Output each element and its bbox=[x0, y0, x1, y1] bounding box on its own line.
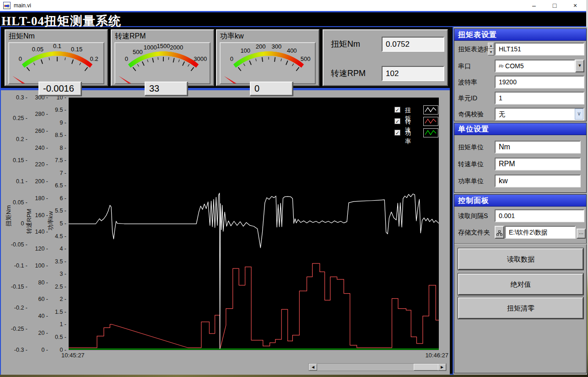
power-axis-ticks: 10 -9.5 -9 -8.5 -8 -7.5 -7 -6.5 -6 -5.5 … bbox=[48, 90, 66, 376]
control-panel-title: 控制面板 bbox=[458, 196, 489, 206]
axis-tick-label: 7.5 - bbox=[48, 157, 66, 164]
torque-unit-label: 扭矩单位 bbox=[458, 141, 484, 153]
scrollbar-thumb[interactable] bbox=[414, 364, 438, 371]
absolute-value-button[interactable]: 绝对值 bbox=[458, 273, 583, 295]
svg-text:1000: 1000 bbox=[144, 44, 157, 51]
spinner-up-icon[interactable]: ▲ bbox=[488, 43, 494, 49]
axis-tick-label: -0.1 - bbox=[1, 262, 27, 269]
axis-tick-label: 0 - bbox=[27, 347, 48, 354]
axis-tick-label: 6.5 - bbox=[48, 182, 66, 189]
speed-unit-label: 转速单位 bbox=[458, 158, 484, 170]
axis-tick-label: 1.5 - bbox=[48, 309, 66, 316]
meter-select-label: 扭矩表选择 bbox=[458, 43, 490, 55]
unit-settings-header: 单位设置 bbox=[454, 123, 586, 135]
speed-gauge-title: 转速RPM bbox=[115, 32, 146, 41]
read-data-button[interactable]: 读取数据 bbox=[458, 248, 583, 270]
axis-tick-label: -0.3 - bbox=[1, 347, 27, 354]
power-gauge-panel: 功率kw 0100200300400500 0 bbox=[216, 29, 319, 86]
interval-field[interactable]: 0.001 bbox=[495, 209, 584, 222]
axis-tick-label: 100 - bbox=[27, 262, 48, 269]
serial-port-field[interactable]: I/oCOM5 bbox=[495, 60, 575, 72]
torque-axis-ticks: 0.3 -0.25 -0.2 -0.15 -0.1 -0.05 -0 --0.0… bbox=[1, 90, 27, 376]
axis-tick-label: 0.3 - bbox=[1, 94, 27, 101]
svg-text:500: 500 bbox=[133, 49, 143, 55]
parity-field[interactable]: 无 bbox=[495, 108, 584, 120]
torque-checkbox[interactable]: ✓ bbox=[394, 107, 400, 113]
axis-tick-label: 0.1 - bbox=[1, 178, 27, 185]
axis-tick-label: 280 - bbox=[27, 111, 48, 118]
baud-field[interactable]: 19200 bbox=[495, 76, 584, 88]
axis-tick-label: 0.25 - bbox=[1, 115, 27, 122]
svg-text:300: 300 bbox=[271, 43, 281, 50]
legend-sample-speed bbox=[423, 117, 438, 126]
unit-settings-section: 单位设置 扭矩单位 Nm 转速单位 RPM 功率单位 kw bbox=[454, 123, 587, 193]
axis-tick-label: 0.05 - bbox=[1, 199, 27, 206]
power-unit-label: 功率单位 bbox=[458, 175, 484, 187]
axis-tick-label: 8 - bbox=[48, 145, 66, 152]
power-unit-field[interactable]: kw bbox=[495, 175, 581, 187]
waveform-plot: ✓ 扭矩 ✓ 转速 ✓ 功率 bbox=[69, 98, 439, 350]
folder-field[interactable]: E:\软件2\数据 bbox=[505, 226, 576, 239]
speed-checkbox[interactable]: ✓ bbox=[394, 118, 400, 124]
window-title: main.vi bbox=[14, 2, 31, 9]
axis-tick-label: 200 - bbox=[27, 178, 48, 185]
svg-text:0: 0 bbox=[230, 55, 233, 62]
axis-tick-label: 9 - bbox=[48, 120, 66, 126]
power-checkbox[interactable]: ✓ bbox=[394, 130, 400, 136]
close-button[interactable]: × bbox=[568, 1, 582, 10]
scrollbar-left-arrow-icon[interactable]: ◀ bbox=[309, 364, 317, 371]
svg-text:2000: 2000 bbox=[170, 44, 183, 51]
power-gauge: 0100200300400500 0 bbox=[220, 42, 316, 84]
svg-text:0.15: 0.15 bbox=[71, 46, 82, 53]
browse-button[interactable]: ... bbox=[577, 229, 586, 239]
axis-tick-label: 140 - bbox=[27, 229, 48, 235]
meter-select-field[interactable]: HLT151 bbox=[495, 43, 584, 55]
speed-gauge-dial: 05001000150020003000 bbox=[115, 43, 210, 83]
axis-tick-label: 0.15 - bbox=[1, 157, 27, 164]
power-gauge-title: 功率kw bbox=[220, 32, 244, 41]
path-icon[interactable] bbox=[495, 226, 504, 239]
axis-tick-label: 5.5 - bbox=[48, 208, 66, 214]
speed-gauge-panel: 转速RPM 05001000150020003000 33 bbox=[111, 29, 214, 86]
torque-zero-button[interactable]: 扭矩清零 bbox=[458, 297, 583, 319]
speed-unit-field[interactable]: RPM bbox=[495, 158, 581, 170]
series-转速 bbox=[69, 263, 439, 348]
axis-tick-label: 40 - bbox=[27, 313, 48, 320]
serial-port-dropdown-icon[interactable]: ▼ bbox=[575, 60, 584, 72]
speed-axis-ticks: 300 -280 -260 -240 -220 -200 -180 -160 -… bbox=[27, 90, 48, 376]
chart-scrollbar[interactable]: ◀ ▶ bbox=[308, 363, 447, 371]
axis-tick-label: 20 - bbox=[27, 330, 48, 337]
settings-panel: 扭矩表设置 扭矩表选择 ▲ ▼ HLT151 串口 I/oCOM5 ▼ 波特率 … bbox=[453, 27, 587, 375]
unit-settings-title: 单位设置 bbox=[458, 125, 489, 134]
axis-tick-label: 60 - bbox=[27, 296, 48, 303]
axis-tick-label: 7 - bbox=[48, 170, 66, 177]
title-bar: main.vi – □ × bbox=[0, 0, 586, 11]
axis-tick-label: 240 - bbox=[27, 145, 48, 152]
axis-tick-label: -0.2 - bbox=[1, 305, 27, 311]
parity-dropdown-icon[interactable]: ∨ bbox=[575, 109, 583, 120]
legend-label-power: 功率 bbox=[405, 129, 411, 146]
axis-tick-label: 4 - bbox=[48, 246, 66, 252]
maximize-button[interactable]: □ bbox=[548, 1, 561, 10]
meter-settings-title: 扭矩表设置 bbox=[458, 30, 497, 40]
minimize-button[interactable]: – bbox=[527, 1, 541, 10]
torque-unit-field[interactable]: Nm bbox=[495, 141, 581, 153]
svg-text:0.05: 0.05 bbox=[32, 46, 43, 53]
folder-label: 存储文件夹 bbox=[458, 226, 490, 239]
readout-panel: 扭矩Nm 0.0752 转速RPM 102 bbox=[323, 29, 448, 86]
torque-gauge-panel: 扭矩Nm 00.050.10.150.2 -0.0016 bbox=[5, 29, 108, 86]
meter-settings-header: 扭矩表设置 bbox=[454, 29, 586, 41]
labview-vi-icon bbox=[3, 2, 11, 9]
waveform-chart bbox=[69, 98, 439, 350]
x-axis-end-label: 10:46:27 bbox=[413, 352, 448, 359]
power-gauge-dial: 0100200300400500 bbox=[221, 43, 315, 83]
baud-label: 波特率 bbox=[458, 76, 477, 88]
axis-tick-label: 6 - bbox=[48, 195, 66, 202]
svg-text:400: 400 bbox=[287, 47, 297, 54]
axis-tick-label: 8.5 - bbox=[48, 132, 66, 139]
unit-id-field[interactable]: 1 bbox=[495, 92, 584, 104]
svg-text:1500: 1500 bbox=[157, 43, 170, 49]
scrollbar-right-arrow-icon[interactable]: ▶ bbox=[438, 364, 446, 371]
spinner-down-icon[interactable]: ▼ bbox=[488, 49, 494, 55]
speed-gauge: 05001000150020003000 33 bbox=[114, 42, 210, 84]
